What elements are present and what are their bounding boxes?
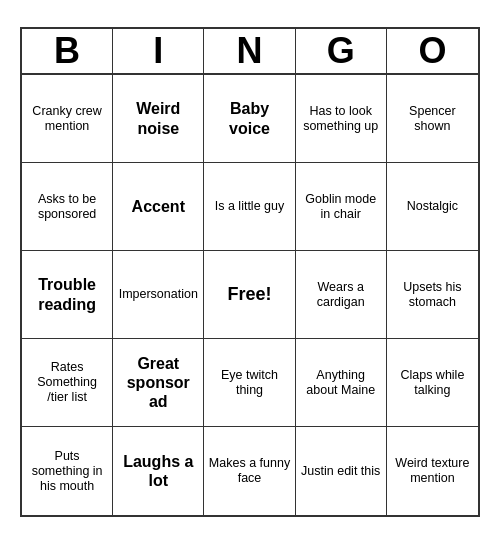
bingo-cell-text-2: Baby voice [208,99,290,137]
bingo-cell-23[interactable]: Justin edit this [296,427,387,515]
bingo-cell-19[interactable]: Claps while talking [387,339,478,427]
bingo-cell-text-10: Trouble reading [26,275,108,313]
bingo-cell-text-24: Weird texture mention [391,456,474,486]
bingo-cell-text-17: Eye twitch thing [208,368,290,398]
bingo-cell-text-15: Rates Something /tier list [26,360,108,405]
bingo-cell-22[interactable]: Makes a funny face [204,427,295,515]
bingo-cell-text-4: Spencer shown [391,104,474,134]
bingo-cell-14[interactable]: Upsets his stomach [387,251,478,339]
bingo-cell-text-3: Has to look something up [300,104,382,134]
bingo-cell-5[interactable]: Asks to be sponsored [22,163,113,251]
bingo-cell-1[interactable]: Weird noise [113,75,204,163]
header-letter-o: O [387,29,478,73]
bingo-cell-12[interactable]: Free! [204,251,295,339]
bingo-cell-15[interactable]: Rates Something /tier list [22,339,113,427]
bingo-cell-17[interactable]: Eye twitch thing [204,339,295,427]
bingo-cell-text-16: Great sponsor ad [117,354,199,412]
bingo-card: BINGO Cranky crew mentionWeird noiseBaby… [20,27,480,517]
bingo-cell-10[interactable]: Trouble reading [22,251,113,339]
bingo-cell-2[interactable]: Baby voice [204,75,295,163]
bingo-cell-text-0: Cranky crew mention [26,104,108,134]
bingo-cell-4[interactable]: Spencer shown [387,75,478,163]
bingo-cell-7[interactable]: Is a little guy [204,163,295,251]
bingo-cell-0[interactable]: Cranky crew mention [22,75,113,163]
bingo-cell-6[interactable]: Accent [113,163,204,251]
bingo-cell-21[interactable]: Laughs a lot [113,427,204,515]
bingo-cell-text-7: Is a little guy [215,199,284,214]
bingo-cell-9[interactable]: Nostalgic [387,163,478,251]
header-letter-n: N [204,29,295,73]
bingo-cell-24[interactable]: Weird texture mention [387,427,478,515]
bingo-cell-text-13: Wears a cardigan [300,280,382,310]
bingo-header: BINGO [22,29,478,75]
bingo-cell-text-1: Weird noise [117,99,199,137]
bingo-cell-text-6: Accent [132,197,185,216]
bingo-cell-text-14: Upsets his stomach [391,280,474,310]
bingo-cell-11[interactable]: Impersonation [113,251,204,339]
bingo-cell-text-22: Makes a funny face [208,456,290,486]
bingo-cell-20[interactable]: Puts something in his mouth [22,427,113,515]
bingo-cell-text-11: Impersonation [119,287,198,302]
bingo-cell-8[interactable]: Goblin mode in chair [296,163,387,251]
header-letter-b: B [22,29,113,73]
bingo-cell-18[interactable]: Anything about Maine [296,339,387,427]
bingo-cell-text-20: Puts something in his mouth [26,449,108,494]
bingo-cell-text-8: Goblin mode in chair [300,192,382,222]
bingo-cell-3[interactable]: Has to look something up [296,75,387,163]
bingo-cell-text-9: Nostalgic [407,199,458,214]
header-letter-i: I [113,29,204,73]
bingo-grid: Cranky crew mentionWeird noiseBaby voice… [22,75,478,515]
bingo-cell-text-5: Asks to be sponsored [26,192,108,222]
bingo-cell-text-19: Claps while talking [391,368,474,398]
bingo-cell-text-18: Anything about Maine [300,368,382,398]
bingo-cell-text-12: Free! [227,284,271,306]
bingo-cell-16[interactable]: Great sponsor ad [113,339,204,427]
bingo-cell-13[interactable]: Wears a cardigan [296,251,387,339]
bingo-cell-text-23: Justin edit this [301,464,380,479]
bingo-cell-text-21: Laughs a lot [117,452,199,490]
header-letter-g: G [296,29,387,73]
